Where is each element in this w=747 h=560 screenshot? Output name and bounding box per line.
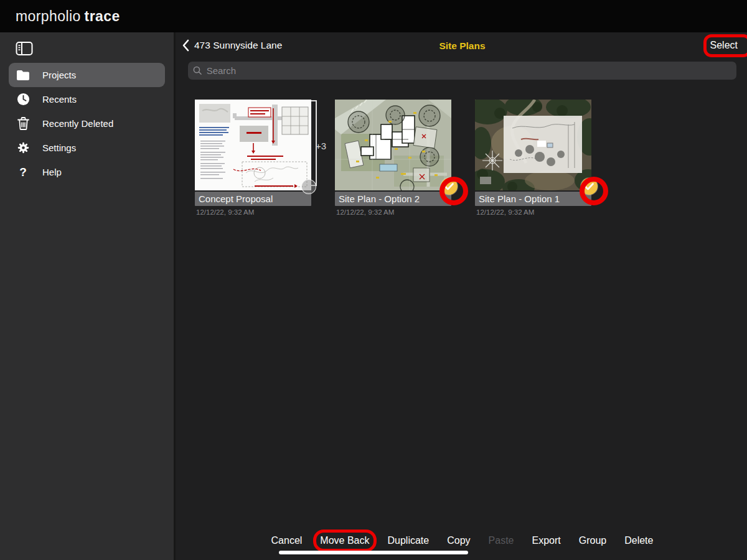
gallery-item-concept-proposal: +3 Concept Proposal 12/12/22, 9:32 AM (195, 100, 311, 216)
sidebar-item-projects[interactable]: Projects (9, 63, 165, 87)
app-logo: morpholiotrace (16, 8, 120, 25)
select-button[interactable]: Select (710, 40, 738, 51)
search-bar (188, 62, 736, 80)
checkmark-icon (444, 183, 454, 190)
item-title: Site Plan - Option 2 (339, 194, 420, 204)
trash-icon (16, 116, 31, 131)
move-back-label: Move Back (320, 535, 369, 546)
checkmark-icon (585, 183, 594, 190)
site-plan-option-1-preview-image (475, 100, 591, 190)
sidebar-item-label: Projects (42, 70, 76, 80)
sidebar-toggle-icon[interactable] (15, 40, 34, 57)
gallery-item-site-plan-option-1: Site Plan - Option 1 12/12/22, 9:32 AM (475, 100, 591, 216)
sidebar-item-label: Recents (42, 94, 77, 105)
item-date: 12/12/22, 9:32 AM (195, 208, 311, 216)
item-date: 12/12/22, 9:32 AM (335, 208, 451, 216)
gear-icon (16, 141, 31, 156)
move-back-button[interactable]: Move Back (320, 535, 369, 546)
item-date: 12/12/22, 9:32 AM (475, 208, 591, 216)
export-button[interactable]: Export (532, 535, 560, 546)
thumbnail-concept-proposal[interactable]: +3 (195, 100, 311, 190)
sidebar-item-recently-deleted[interactable]: Recently Deleted (9, 111, 165, 136)
page-title: Site Plans (177, 40, 747, 52)
sidebar-item-label: Help (42, 167, 62, 177)
clock-icon (16, 92, 31, 107)
sidebar-menu: Projects Recents Recently Deleted (0, 63, 174, 184)
logo-text-primary: morpholio (16, 8, 81, 24)
selection-circle-unchecked[interactable] (301, 179, 316, 194)
delete-button[interactable]: Delete (624, 535, 653, 546)
selection-toolbar: Cancel Move Back Duplicate Copy Paste Ex… (177, 535, 747, 546)
copy-button[interactable]: Copy (447, 535, 470, 546)
select-button-label: Select (710, 40, 738, 50)
item-title: Site Plan - Option 1 (479, 194, 560, 204)
sidebar-item-help[interactable]: ? Help (9, 160, 165, 184)
thumbnail-site-plan-option-2[interactable] (335, 100, 451, 190)
logo-text-secondary: trace (85, 8, 120, 24)
item-name-bar: Concept Proposal (195, 192, 311, 206)
sidebar-item-settings[interactable]: Settings (9, 136, 165, 160)
selection-check-circle[interactable] (581, 178, 598, 195)
site-plan-option-2-preview-image (335, 100, 451, 190)
main-content: 473 Sunnyside Lane Site Plans Select (177, 32, 747, 560)
duplicate-button[interactable]: Duplicate (388, 535, 430, 546)
search-input[interactable] (207, 65, 731, 76)
gallery-header: 473 Sunnyside Lane Site Plans Select (177, 32, 747, 61)
item-title: Concept Proposal (199, 194, 273, 204)
thumbnail-site-plan-option-1[interactable] (475, 100, 591, 190)
thumbnail-gallery: +3 Concept Proposal 12/12/22, 9:32 AM (177, 100, 747, 243)
app-top-bar: morpholiotrace (0, 0, 747, 32)
selection-check-circle[interactable] (441, 178, 458, 195)
sidebar: Projects Recents Recently Deleted (0, 32, 176, 560)
sidebar-item-label: Recently Deleted (42, 118, 113, 129)
stack-count-badge: +3 (316, 141, 326, 151)
item-name-bar: Site Plan - Option 2 (335, 192, 451, 206)
concept-proposal-preview-image (195, 100, 311, 190)
sidebar-item-label: Settings (42, 142, 76, 153)
group-button[interactable]: Group (579, 535, 606, 546)
home-indicator[interactable] (279, 551, 468, 554)
question-icon: ? (16, 165, 31, 180)
paste-button[interactable]: Paste (489, 535, 514, 546)
search-icon (193, 66, 202, 75)
item-name-bar: Site Plan - Option 1 (475, 192, 591, 206)
gallery-item-site-plan-option-2: Site Plan - Option 2 12/12/22, 9:32 AM (335, 100, 451, 216)
sidebar-item-recents[interactable]: Recents (9, 87, 165, 111)
cancel-button[interactable]: Cancel (271, 535, 303, 546)
folder-icon (16, 68, 31, 83)
